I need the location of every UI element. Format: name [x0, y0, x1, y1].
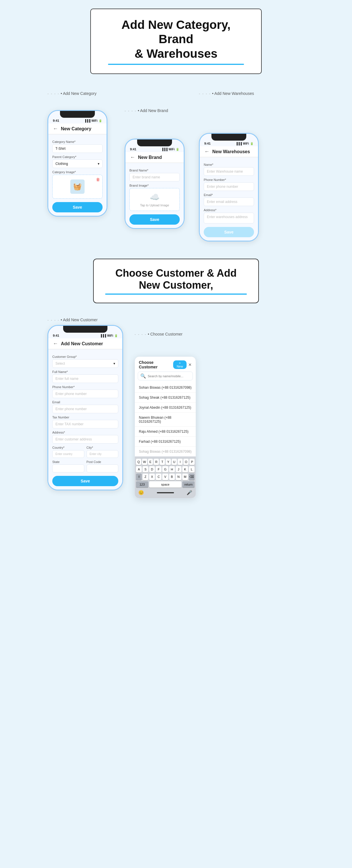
status-bar: 9:41 ▐▐▐WiFi🔋 — [125, 146, 184, 152]
keyboard-row-1: Q W E R T Y U I O P — [136, 459, 195, 465]
key-u[interactable]: U — [172, 459, 177, 465]
key-backspace[interactable]: ⌫ — [189, 473, 195, 480]
key-return[interactable]: return — [182, 481, 195, 488]
screen-title: New Category — [61, 126, 91, 131]
key-y[interactable]: Y — [166, 459, 171, 465]
key-n[interactable]: N — [176, 473, 182, 480]
phone-add-brand: 9:41 ▐▐▐WiFi🔋 ← New Brand Brand Name* En… — [125, 138, 185, 229]
warehouse-phone-input[interactable]: Enter phone number — [204, 182, 254, 191]
cust-email-label: Email — [52, 400, 118, 404]
modal-new-button[interactable]: + New — [173, 361, 187, 369]
cust-address-input[interactable]: Enter customer address — [52, 435, 118, 443]
cust-phone-input[interactable]: Enter phone number — [52, 390, 118, 398]
cust-tax-input[interactable]: Enter TAX number — [52, 420, 118, 428]
cust-country-input[interactable]: Enter country — [52, 450, 84, 458]
customer-item-1[interactable]: Sohan Biswas (+88 01316267098) — [135, 383, 196, 393]
emoji-icon[interactable]: 😊 — [138, 490, 144, 495]
mic-icon[interactable]: 🎤 — [187, 490, 192, 495]
status-bar: 9:41 ▐▐▐WiFi🔋 — [48, 118, 106, 123]
customer-item-5[interactable]: Raju Ahmed (+88 01316267125) — [135, 427, 196, 436]
key-r[interactable]: R — [154, 459, 159, 465]
modal-close-icon[interactable]: ✕ — [188, 363, 192, 367]
cust-postcode-input[interactable] — [87, 464, 119, 472]
section1-title: Add New Category, Brand & Warehouses — [108, 18, 244, 61]
key-d[interactable]: D — [149, 466, 155, 472]
phone-body: Brand Name* Enter brand name Brand Image… — [125, 163, 184, 228]
back-icon[interactable]: ← — [53, 126, 58, 132]
phone-add-category: 9:41 ▐▐▐WiFi🔋 ← New Category Category Na… — [47, 110, 107, 217]
back-icon[interactable]: ← — [53, 341, 58, 347]
keyboard-bottom: 😊 🎤 — [136, 489, 195, 497]
cust-tax-label: Tax Number — [52, 415, 118, 419]
modal-search-bar[interactable]: 🔍 — [138, 372, 193, 380]
cust-email-input[interactable]: Enter phone number — [52, 405, 118, 413]
phone-body: Name* Enter Warehouse name Phone Number*… — [200, 157, 258, 241]
customer-item-6[interactable]: Farhad (+88 01316267125) — [135, 436, 196, 446]
key-v[interactable]: V — [162, 473, 168, 480]
customer-item-7[interactable]: Sohag Biswas (+88 01316267098) — [135, 446, 196, 457]
key-j[interactable]: J — [176, 466, 182, 472]
key-q[interactable]: Q — [136, 459, 141, 465]
category-name-input[interactable]: T-Shirt — [52, 144, 103, 153]
warehouse-name-input[interactable]: Enter Warehouse name — [204, 167, 254, 176]
customer-item-4[interactable]: Naeem Bhuiean (+88 01316267125) — [135, 412, 196, 427]
warehouse-address-input[interactable]: Enter warehouses address — [204, 213, 254, 223]
status-bar: 9:41 ▐▐▐WiFi🔋 — [48, 333, 122, 338]
brand-image-label: Brand Image* — [129, 184, 180, 187]
category-save-button[interactable]: Save — [52, 202, 103, 212]
key-h[interactable]: H — [169, 466, 175, 472]
section2-title: Choose Customer & Add New Customer, — [105, 267, 247, 291]
key-g[interactable]: G — [162, 466, 168, 472]
key-k[interactable]: K — [182, 466, 188, 472]
key-w[interactable]: W — [142, 459, 147, 465]
cust-city-input[interactable]: Enter city — [87, 450, 119, 458]
cust-state-label: State — [52, 460, 84, 464]
customer-group-dropdown[interactable]: Select ▾ — [52, 359, 118, 368]
phone-header: ← New Warehouses — [200, 146, 258, 157]
fullname-input[interactable]: Enter full name — [52, 374, 118, 383]
key-f[interactable]: F — [156, 466, 161, 472]
customer-item-2[interactable]: Sohag Sheak (+88 01316267125) — [135, 393, 196, 402]
key-a[interactable]: A — [136, 466, 142, 472]
cust-postcode-label: Post Code — [87, 460, 119, 464]
phone-body: Customer Group* Select ▾ Full Name* Ente… — [48, 349, 122, 490]
key-l[interactable]: L — [189, 466, 195, 472]
brand-save-button[interactable]: Save — [129, 214, 180, 225]
key-z[interactable]: Z — [142, 473, 148, 480]
phone-add-customer: 9:41 ▐▐▐WiFi🔋 ← Add New Customer Custome… — [47, 325, 123, 491]
key-123[interactable]: 123 — [136, 481, 148, 488]
fullname-label: Full Name* — [52, 370, 118, 374]
warehouse-save-button[interactable]: Save — [204, 227, 254, 237]
key-e[interactable]: E — [148, 459, 153, 465]
phone-header: ← New Brand — [125, 152, 184, 163]
cust-state-input[interactable] — [52, 464, 84, 472]
category-image-label: Category Image* — [52, 170, 103, 174]
key-shift[interactable]: ⇧ — [136, 473, 142, 480]
parent-category-dropdown[interactable]: Clothing ▾ — [52, 159, 103, 168]
status-icons: ▐▐▐WiFi🔋 — [161, 148, 179, 151]
back-icon[interactable]: ← — [204, 149, 210, 155]
upload-icon: ☁️ — [150, 192, 160, 202]
key-t[interactable]: T — [160, 459, 165, 465]
key-o[interactable]: O — [184, 459, 189, 465]
category-image-thumb: 🧺 — [70, 180, 85, 194]
back-icon[interactable]: ← — [130, 154, 135, 160]
key-space[interactable]: space — [149, 481, 182, 488]
brand-name-input[interactable]: Enter brand name — [129, 173, 180, 182]
key-s[interactable]: S — [142, 466, 148, 472]
brand-image-upload[interactable]: ☁️ Tap to Upload Image — [129, 188, 180, 211]
key-m[interactable]: M — [182, 473, 188, 480]
category-image-upload[interactable]: 🧺 🗑 — [52, 175, 103, 199]
key-x[interactable]: X — [149, 473, 155, 480]
search-icon: 🔍 — [140, 373, 146, 379]
modal-search-input[interactable] — [148, 374, 190, 378]
customer-item-3[interactable]: Joynal Abedin (+88 01316267125) — [135, 402, 196, 412]
key-b[interactable]: B — [169, 473, 175, 480]
key-i[interactable]: I — [178, 459, 183, 465]
delete-icon[interactable]: 🗑 — [96, 177, 100, 182]
label-add-category: • Add New Category — [61, 91, 97, 96]
key-p[interactable]: P — [189, 459, 195, 465]
warehouse-email-input[interactable]: Enter email address — [204, 197, 254, 206]
customer-save-button[interactable]: Save — [52, 476, 118, 486]
key-c[interactable]: C — [156, 473, 161, 480]
